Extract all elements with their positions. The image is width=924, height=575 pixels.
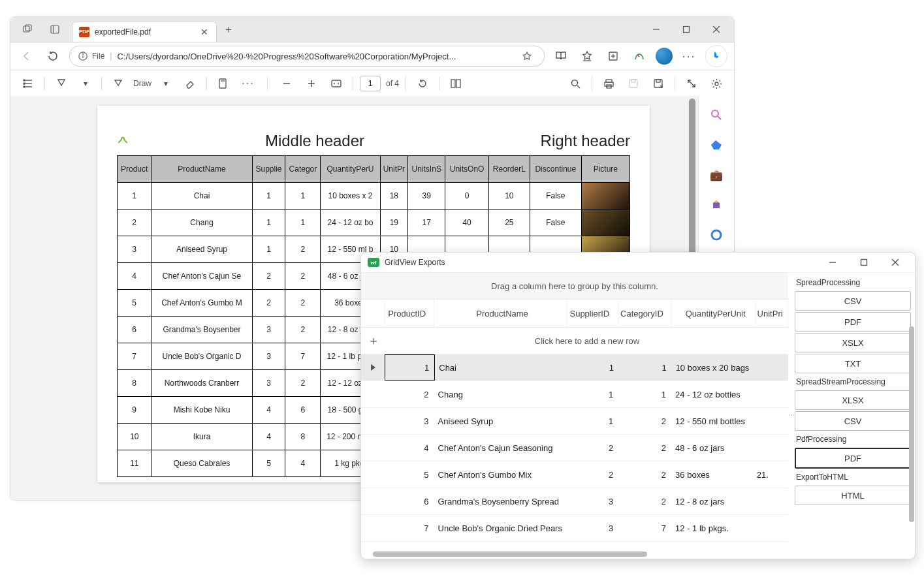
gridview-group-panel[interactable]: Drag a column here to group by this colu… — [361, 273, 788, 300]
gridview-cell[interactable]: 2 — [618, 443, 671, 453]
collections-icon[interactable] — [603, 46, 623, 66]
export-pdf-button[interactable]: PDF — [795, 312, 911, 332]
reading-list-icon[interactable] — [551, 46, 571, 66]
gridview-new-row[interactable]: ＋ Click here to add a new row — [361, 328, 788, 354]
gridview-row[interactable]: 5Chef Anton's Gumbo Mix2236 boxes21. — [361, 461, 788, 488]
export-stream-csv-button[interactable]: CSV — [795, 411, 911, 431]
gridview-grid[interactable]: Drag a column here to group by this colu… — [361, 273, 788, 559]
window-close-button[interactable] — [701, 19, 731, 40]
gridview-cell[interactable]: Chef Anton's Gumbo Mix — [434, 470, 567, 480]
gridview-row[interactable]: 1Chai1110 boxes x 20 bags — [361, 354, 788, 381]
gridview-maximize-button[interactable] — [851, 253, 877, 272]
gridview-cell[interactable]: 24 - 12 oz bottles — [671, 390, 757, 399]
gridview-row[interactable]: 7Uncle Bob's Organic Dried Pears3712 - 1… — [361, 515, 788, 542]
gridview-row[interactable]: 3Aniseed Syrup1212 - 550 ml bottles — [361, 408, 788, 435]
gridview-cell[interactable]: 6 — [385, 497, 434, 506]
erase-icon[interactable] — [180, 74, 200, 93]
favorite-icon[interactable] — [518, 46, 536, 66]
new-tab-button[interactable]: ＋ — [219, 20, 238, 39]
gridview-cell[interactable]: 7 — [385, 523, 434, 533]
gridview-cell[interactable]: 2 — [618, 470, 671, 480]
menu-icon[interactable]: ··· — [679, 46, 699, 66]
gridview-cell[interactable]: 3 — [567, 523, 618, 533]
highlight-dropdown-icon[interactable]: ▾ — [76, 74, 95, 93]
gridview-cell[interactable]: 12 - 550 ml bottles — [671, 416, 757, 426]
gridview-cell[interactable]: 1 — [618, 390, 671, 399]
browser-tab[interactable]: PDF exportedFile.pdf ✕ — [72, 22, 217, 42]
gridview-cell[interactable]: Grandma's Boysenberry Spread — [434, 497, 567, 506]
gridview-cell[interactable]: Aniseed Syrup — [434, 416, 567, 426]
window-minimize-button[interactable] — [641, 19, 671, 40]
gridview-cell[interactable]: Chef Anton's Cajun Seasoning — [434, 443, 567, 453]
rotate-icon[interactable] — [413, 74, 432, 93]
window-maximize-button[interactable] — [671, 19, 701, 40]
gridview-cell[interactable]: 1 — [385, 354, 435, 381]
gridview-cell[interactable]: 36 boxes — [671, 470, 757, 480]
bing-chat-icon[interactable] — [705, 45, 727, 67]
profile-avatar[interactable] — [656, 48, 673, 65]
export-html-button[interactable]: HTML — [795, 486, 911, 505]
site-info-icon[interactable]: File — [78, 51, 104, 61]
omnibox[interactable]: File | C:/Users/dyordano/OneDrive%20-%20… — [69, 46, 545, 67]
zoom-in-button[interactable] — [302, 74, 321, 93]
gridview-cell[interactable]: Uncle Bob's Organic Dried Pears — [434, 523, 567, 533]
gridview-cell[interactable]: 10 boxes x 20 bags — [672, 363, 757, 373]
draw-dropdown-icon[interactable]: ▾ — [157, 74, 175, 93]
fullscreen-icon[interactable] — [682, 74, 701, 93]
page-view-icon[interactable] — [446, 74, 466, 93]
gridview-cell[interactable]: 2 — [567, 470, 618, 480]
contents-icon[interactable] — [18, 74, 38, 93]
gridview-cell[interactable]: 5 — [385, 470, 434, 480]
settings-icon[interactable] — [707, 74, 726, 93]
draw-icon[interactable] — [108, 74, 128, 93]
gridview-col-supplierid[interactable]: SupplierID — [567, 300, 618, 327]
gridview-cell[interactable]: 21. — [757, 470, 788, 480]
sidebar-games-icon[interactable] — [709, 198, 724, 212]
gridview-col-qpu[interactable]: QuantityPerUnit — [671, 300, 756, 327]
gridview-col-unitprice[interactable]: UnitPri — [756, 300, 788, 327]
sidebar-search-icon[interactable] — [709, 108, 724, 122]
gridview-horizontal-scrollbar[interactable] — [361, 550, 788, 559]
gridview-cell[interactable]: 2 — [618, 416, 671, 426]
tab-close-button[interactable]: ✕ — [199, 27, 210, 37]
gridview-cell[interactable]: Chai — [435, 363, 567, 373]
favorites-icon[interactable] — [577, 46, 597, 66]
gridview-cell[interactable]: Chang — [434, 390, 567, 399]
export-txt-button[interactable]: TXT — [795, 354, 911, 373]
fit-page-icon[interactable] — [327, 74, 346, 93]
read-aloud-icon[interactable] — [214, 74, 233, 93]
sidebar-tools-icon[interactable]: 💼 — [709, 168, 724, 182]
refresh-button[interactable] — [43, 46, 63, 66]
collections-panel-icon[interactable] — [46, 20, 64, 39]
gridview-row[interactable]: 6Grandma's Boysenberry Spread3212 - 8 oz… — [361, 488, 788, 515]
gridview-cell[interactable]: 3 — [567, 497, 618, 506]
gridview-col-categoryid[interactable]: CategoryID — [618, 300, 671, 327]
gridview-cell[interactable]: 2 — [618, 497, 671, 506]
gridview-cell[interactable]: 1 — [567, 390, 618, 399]
gridview-cell[interactable]: 2 — [385, 390, 434, 399]
gridview-row[interactable]: 4Chef Anton's Cajun Seasoning2248 - 6 oz… — [361, 435, 788, 461]
gridview-cell[interactable]: 48 - 6 oz jars — [671, 443, 757, 453]
gridview-cell[interactable]: 12 - 1 lb pkgs. — [671, 523, 757, 533]
more-tools-icon[interactable]: ··· — [238, 74, 258, 93]
gridview-cell[interactable]: 2 — [567, 443, 618, 453]
export-pdfprocessing-pdf-button[interactable]: PDF — [795, 448, 911, 469]
page-number-input[interactable] — [360, 76, 381, 91]
performance-icon[interactable] — [629, 46, 649, 66]
back-button[interactable] — [17, 46, 37, 66]
gridview-cell[interactable]: 1 — [567, 363, 619, 373]
sidebar-shopping-icon[interactable] — [709, 138, 724, 152]
export-stream-xlsx-button[interactable]: XLSX — [795, 390, 911, 410]
zoom-out-button[interactable] — [277, 74, 296, 93]
gridview-cell[interactable]: 1 — [567, 416, 618, 426]
export-csv-button[interactable]: CSV — [795, 291, 911, 311]
gridview-cell[interactable]: 7 — [618, 523, 671, 533]
gridview-row[interactable]: 2Chang1124 - 12 oz bottles — [361, 381, 788, 408]
gridview-cell[interactable]: 12 - 8 oz jars — [671, 497, 757, 506]
sidebar-office-icon[interactable] — [709, 228, 724, 242]
gridview-splitter[interactable]: ⋮ — [788, 273, 795, 559]
save-icon[interactable] — [624, 74, 643, 93]
search-icon[interactable] — [566, 74, 585, 93]
save-as-icon[interactable] — [648, 74, 668, 93]
gridview-vertical-scrollbar[interactable] — [908, 326, 915, 550]
